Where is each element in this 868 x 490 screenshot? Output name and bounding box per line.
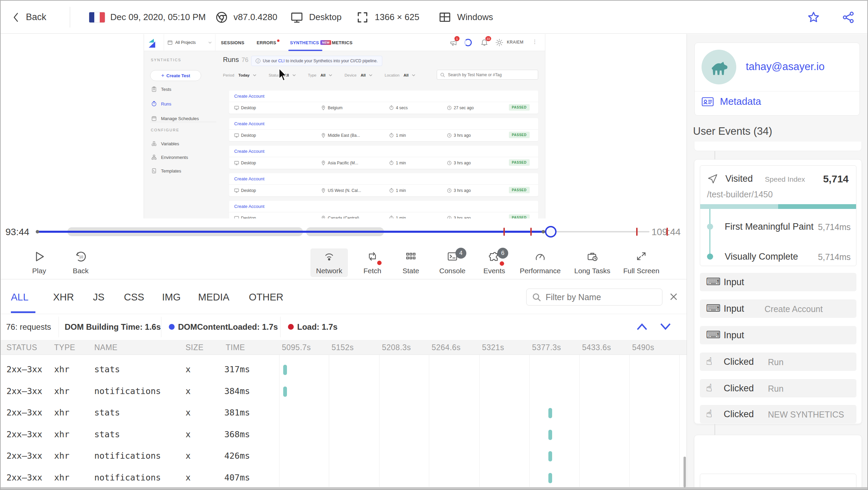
network-panel-button[interactable]: Network (310, 248, 348, 277)
pin-icon (321, 105, 326, 110)
status-badge: PASSED (509, 159, 530, 166)
asayer-logo-icon (147, 37, 159, 48)
network-tab-css[interactable]: CSS (124, 292, 144, 303)
error-marker[interactable] (530, 228, 532, 236)
performance-panel-button[interactable]: Performance (521, 248, 559, 277)
col-tick: 5433.6s (582, 343, 611, 352)
metric-row: Visually Complete 5,714ms (700, 249, 856, 263)
sitemap-icon (151, 154, 157, 160)
event-item-input[interactable]: ⌨ Input Create Account (700, 299, 856, 318)
close-panel-icon[interactable] (669, 292, 679, 302)
event-item-input[interactable]: ⌨ Input (700, 326, 856, 344)
network-tab-xhr[interactable]: XHR (53, 292, 74, 303)
back-button[interactable]: Back (12, 1, 46, 34)
top-bar: Back Dec 09, 2020, 05:10 PM v87.0.4280 D… (1, 1, 867, 34)
network-request-row[interactable]: 2xx–3xxxhrstatsx317ms (1, 359, 687, 381)
fetch-panel-button[interactable]: Fetch (354, 248, 391, 277)
wifi-icon (323, 250, 335, 262)
event-connector-line (714, 424, 715, 435)
replayed-sidebar-section-synthetics: SYNTHETICS (151, 58, 181, 62)
col-tick: 5208.3s (382, 343, 411, 352)
dom-content-loaded: DOMContentLoaded: 1.7s (169, 322, 278, 332)
network-request-row[interactable]: 2xx–3xxxhrnotificationsx384ms (1, 381, 687, 403)
device-info: Desktop (290, 1, 341, 34)
stopwatch-icon (389, 215, 394, 218)
errors-dot (277, 39, 279, 42)
svg-text:10: 10 (79, 255, 83, 259)
replayed-sidebar-section-configure: CONFIGURE (151, 128, 179, 132)
clock-icon (447, 216, 452, 218)
long-tasks-panel-button[interactable]: Long Tasks (574, 248, 611, 277)
user-email-link[interactable]: tahay@asayer.io (746, 61, 824, 73)
replayed-page-title: Runs76 (223, 56, 248, 64)
screen-size-icon (356, 11, 369, 24)
error-marker[interactable] (503, 228, 505, 236)
chevron-left-icon (12, 12, 20, 22)
network-tab-other[interactable]: OTHER (249, 292, 284, 303)
active-tab-underline (11, 311, 35, 313)
event-item-input[interactable]: ⌨ Input (700, 273, 856, 291)
share-icon[interactable] (841, 11, 855, 24)
network-request-row[interactable]: 2xx–3xxxhrstatsx368ms (1, 424, 687, 446)
console-panel-button[interactable]: 4 Console (434, 248, 471, 277)
runs-count: 76 (242, 56, 248, 63)
col-tick: 5321s (482, 343, 504, 352)
col-type: TYPE (54, 343, 75, 352)
network-tab-js[interactable]: JS (93, 292, 105, 303)
error-marker[interactable] (636, 228, 638, 236)
back-10-icon: 10 (74, 250, 87, 263)
event-item-clicked[interactable]: ☝ Clicked NEW SYNTHETICS (700, 405, 856, 423)
clock-icon (447, 105, 452, 110)
state-grid-icon (405, 250, 417, 262)
keyboard-icon: ⌨ (706, 329, 721, 341)
run-card: Create Account Desktop Asia Pacific (M..… (229, 146, 538, 169)
replayed-create-test-button: +Create Test (150, 70, 201, 81)
network-request-row[interactable]: 2xx–3xxxhrstatsx381ms (1, 402, 687, 424)
filter-box[interactable] (526, 289, 662, 306)
user-events-sidebar: tahay@asayer.io Metadata User Events (34… (687, 34, 867, 487)
clock-icon (447, 133, 452, 138)
favorite-star-icon[interactable] (807, 11, 820, 24)
vertical-scrollbar[interactable] (684, 457, 686, 487)
sidebar-divider (150, 122, 216, 122)
event-item-clicked[interactable]: ☝ Clicked Run (700, 379, 856, 397)
events-panel-button[interactable]: 6 Events (476, 248, 513, 277)
vc-dot (707, 254, 713, 260)
network-tab-img[interactable]: IMG (162, 292, 181, 303)
horizontal-scrollbar[interactable] (1, 487, 867, 490)
network-tab-media[interactable]: MEDIA (198, 292, 229, 303)
gear-icon (495, 38, 503, 47)
event-group-card-partial (694, 435, 862, 487)
col-size: SIZE (186, 343, 204, 352)
network-tab-all[interactable]: ALL (11, 292, 29, 303)
back-10-button[interactable]: 10 Back (62, 248, 99, 277)
cli-link: CLI (278, 59, 285, 63)
play-button[interactable]: Play (20, 248, 58, 277)
visited-event-card[interactable]: Visited Speed Index 5,714 /test-builder/… (700, 165, 856, 266)
jump-up-icon[interactable] (635, 322, 649, 332)
stopwatch-icon (389, 133, 394, 138)
col-tick: 5264.6s (432, 343, 461, 352)
full-screen-button[interactable]: Full Screen (623, 248, 660, 277)
chevron-down-icon (412, 74, 415, 77)
timeline-start-dot (36, 230, 39, 233)
network-request-row[interactable]: 2xx–3xxxhrnotificationsx426ms (1, 445, 687, 467)
col-status: STATUS (6, 343, 37, 352)
event-item-clicked[interactable]: ☝ Clicked Run (700, 353, 856, 371)
network-request-row[interactable]: 2xx–3xxxhrnotificationsx407ms (1, 467, 687, 487)
timeline-event-dot (542, 230, 545, 233)
session-replay-window: Back Dec 09, 2020, 05:10 PM v87.0.4280 D… (0, 0, 868, 490)
filter-input[interactable] (545, 292, 657, 303)
clock-icon (447, 161, 452, 165)
new-badge: NEW (320, 40, 331, 45)
bell-badge: 33 (485, 36, 491, 41)
state-panel-button[interactable]: State (392, 248, 430, 277)
jump-down-icon[interactable] (659, 322, 672, 332)
error-marker[interactable] (666, 228, 668, 236)
metadata-button[interactable]: Metadata (702, 96, 761, 107)
visited-url: /test-builder/1450 (707, 190, 773, 199)
replayed-sidebar-item-templates: Templates (151, 167, 181, 175)
cubes-icon (151, 141, 157, 146)
briefcase-clock-icon (586, 250, 598, 262)
timeline-scrubber-knob[interactable] (545, 226, 557, 238)
